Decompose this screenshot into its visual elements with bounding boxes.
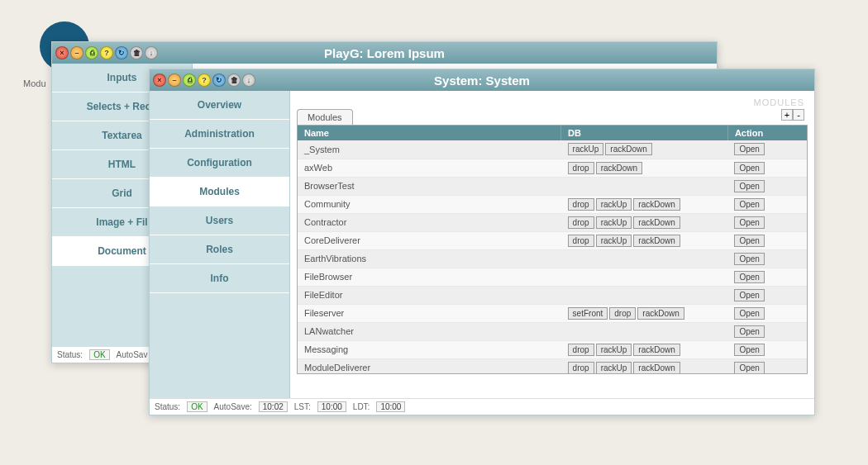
add-button[interactable]: + [781,109,793,121]
sidebar-item[interactable]: Users [150,206,289,235]
sidebar-item[interactable]: Roles [150,235,289,264]
trash-icon[interactable]: 🗑 [227,74,241,87]
db-action-button[interactable]: drop [568,235,594,247]
open-button[interactable]: Open [734,307,764,320]
titlebar[interactable]: × – ⎙ ? ↻ 🗑 ↓ System: System [150,69,814,91]
cell-action: Open [727,322,807,340]
db-action-button[interactable]: drop [568,162,594,174]
open-button[interactable]: Open [734,235,764,247]
cell-action: Open [727,268,807,286]
close-icon[interactable]: × [55,46,69,59]
db-action-button[interactable]: rackUp [596,344,632,356]
cell-db [561,286,728,304]
sidebar: OverviewAdministrationConfigurationModul… [150,91,290,398]
sidebar-item[interactable]: Overview [150,91,289,120]
db-action-button[interactable]: rackDown [637,307,684,320]
db-action-button[interactable]: drop [568,216,594,229]
refresh-icon[interactable]: ↻ [115,46,128,59]
db-action-button[interactable]: rackDown [633,344,680,356]
db-action-button[interactable]: rackDown [633,216,680,229]
open-button[interactable]: Open [734,180,764,192]
open-button[interactable]: Open [734,143,764,155]
table-row: ContractordroprackUprackDownOpen [298,213,807,231]
cell-action: Open [727,340,807,358]
cell-db [561,268,728,286]
sidebar-item[interactable]: Configuration [150,149,289,178]
save-icon[interactable]: ⎙ [85,46,98,59]
cell-db: droprackUprackDown [561,358,728,374]
table-row: ModuleDelivererdroprackUprackDownOpen [298,358,807,374]
open-button[interactable]: Open [734,344,764,356]
window-system: × – ⎙ ? ↻ 🗑 ↓ System: System OverviewAdm… [149,69,815,415]
save-icon[interactable]: ⎙ [183,74,196,87]
lst-value: 10:00 [317,401,346,412]
sidebar-item[interactable]: Administration [150,120,289,149]
table-row: MessagingdroprackUprackDownOpen [298,340,807,358]
open-button[interactable]: Open [734,216,764,229]
db-action-button[interactable]: rackDown [633,235,680,247]
trash-icon[interactable]: 🗑 [130,46,143,59]
refresh-icon[interactable]: ↻ [212,74,226,87]
titlebar[interactable]: × – ⎙ ? ↻ 🗑 ↓ PlayG: Lorem Ipsum [52,42,717,64]
db-action-button[interactable]: drop [609,307,636,320]
sidebar-item[interactable]: Modules [150,178,289,206]
down-icon[interactable]: ↓ [145,46,158,59]
table-row: LANwatcherOpen [298,322,807,340]
table-row: EarthVibrationsOpen [298,249,807,268]
status-label: Status: [155,402,180,411]
cell-name: LANwatcher [298,322,561,340]
open-button[interactable]: Open [734,289,764,301]
cell-db: droprackUprackDown [561,340,728,358]
remove-button[interactable]: - [793,109,804,121]
open-button[interactable]: Open [734,271,764,283]
cell-db [561,177,728,195]
help-icon[interactable]: ? [198,74,211,87]
open-button[interactable]: Open [734,253,764,265]
status-value: OK [187,401,207,412]
cell-action: Open [727,304,807,322]
db-action-button[interactable]: drop [568,198,594,211]
cell-action: Open [727,231,807,249]
db-action-button[interactable]: rackDown [605,143,651,155]
cell-action: Open [727,249,807,268]
ldt-value: 10:00 [376,401,405,412]
table-row: FileserversetFrontdroprackDownOpen [298,304,807,322]
db-action-button[interactable]: drop [568,362,594,374]
column-header[interactable]: Action [727,126,807,140]
cell-action: Open [727,213,807,231]
open-button[interactable]: Open [734,162,764,174]
db-action-button[interactable]: rackUp [596,198,632,211]
down-icon[interactable]: ↓ [242,74,255,87]
help-icon[interactable]: ? [100,46,113,59]
cell-db: droprackUprackDown [561,231,728,249]
db-action-button[interactable]: setFront [568,307,608,320]
tab-modules[interactable]: Modules [297,109,353,125]
lst-label: LST: [294,402,311,411]
db-action-button[interactable]: rackDown [596,162,642,174]
open-button[interactable]: Open [734,325,764,338]
table-row: CommunitydroprackUprackDownOpen [298,195,807,213]
db-action-button[interactable]: rackUp [568,143,604,155]
db-action-button[interactable]: rackDown [633,198,680,211]
cell-name: CoreDeliverer [298,231,561,249]
db-action-button[interactable]: rackUp [596,235,632,247]
open-button[interactable]: Open [734,198,764,211]
open-button[interactable]: Open [734,362,764,374]
content-heading: MODULES [754,97,804,107]
column-header[interactable]: DB [561,126,728,140]
modules-table-scroll[interactable]: NameDBAction _SystemrackUprackDownOpenax… [297,125,808,374]
table-row: axWebdroprackDownOpen [298,159,807,177]
db-action-button[interactable]: rackUp [596,216,632,229]
close-icon[interactable]: × [153,74,166,87]
cell-name: Community [298,195,561,213]
autosave-label: AutoSave: [214,402,252,411]
db-action-button[interactable]: rackUp [596,362,632,374]
minimize-icon[interactable]: – [168,74,181,87]
minimize-icon[interactable]: – [70,46,83,59]
cell-action: Open [727,358,807,374]
column-header[interactable]: Name [298,126,561,140]
db-action-button[interactable]: rackDown [633,362,680,374]
cell-name: _System [298,140,561,159]
sidebar-item[interactable]: Info [150,264,289,293]
db-action-button[interactable]: drop [568,344,594,356]
